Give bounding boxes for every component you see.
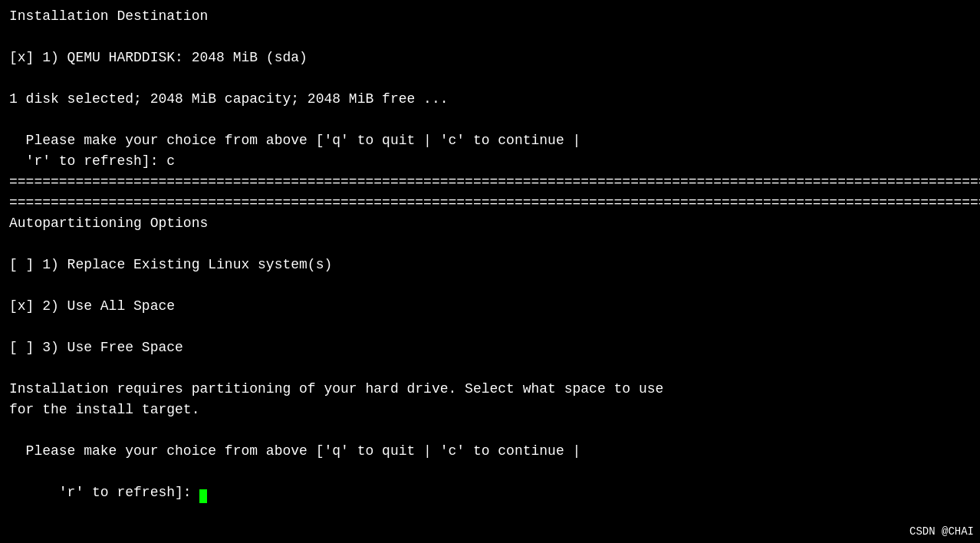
option2-line: [x] 2) Use All Space (9, 296, 971, 317)
option3-line: [ ] 3) Use Free Space (9, 337, 971, 358)
prompt1-line1: Please make your choice from above ['q' … (9, 130, 971, 151)
prompt2-line1: Please make your choice from above ['q' … (9, 441, 971, 462)
title-line: Installation Destination (9, 6, 971, 27)
option1-line: [ ] 1) Replace Existing Linux system(s) (9, 255, 971, 275)
watermark: CSDN @CHAI (909, 524, 974, 540)
disk-status-line: 1 disk selected; 2048 MiB capacity; 2048… (9, 89, 971, 110)
terminal-window: Installation Destination [x] 1) QEMU HAR… (0, 0, 980, 543)
empty-line-3 (9, 110, 971, 130)
empty-line-4 (9, 234, 971, 255)
prompt2-line2: 'r' to refresh]: (9, 462, 971, 524)
separator-line-2: ========================================… (9, 193, 971, 213)
cursor (199, 489, 207, 503)
info-line2: for the install target. (9, 400, 971, 420)
empty-line-2 (9, 68, 971, 89)
separator-line-1: ========================================… (9, 172, 971, 193)
info-line1: Installation requires partitioning of yo… (9, 379, 971, 400)
empty-line-6 (9, 317, 971, 337)
disk-option-line: [x] 1) QEMU HARDDISK: 2048 MiB (sda) (9, 48, 971, 68)
prompt1-line2: 'r' to refresh]: c (9, 151, 971, 172)
empty-line-8 (9, 420, 971, 441)
empty-line-1 (9, 27, 971, 48)
empty-line-5 (9, 275, 971, 296)
empty-line-7 (9, 358, 971, 379)
autopart-title-line: Autopartitioning Options (9, 213, 971, 234)
